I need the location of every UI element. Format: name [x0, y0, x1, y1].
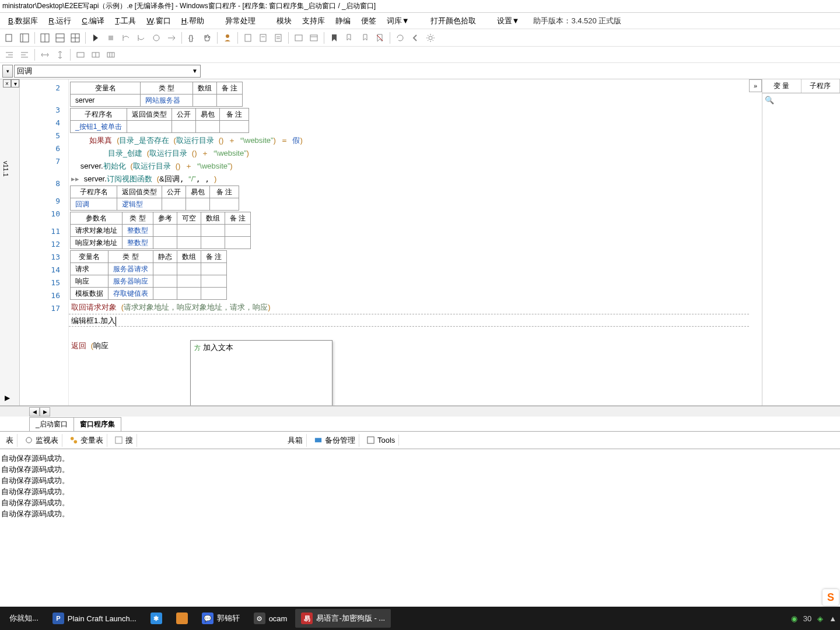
local-var-table[interactable]: 变量名类 型静态数组备 注 请求服务器请求 响应服务器响应 模板数据存取键值表 — [70, 250, 227, 300]
tb-layout2-icon[interactable] — [53, 31, 67, 45]
tb2-width-icon[interactable] — [38, 48, 52, 62]
code-line[interactable]: 目录_创建 (取运行目录 () ＋ “\website”) — [69, 147, 749, 160]
tb2-height-icon[interactable] — [53, 48, 67, 62]
ime-indicator[interactable]: S — [822, 589, 839, 606]
scroll-left-icon[interactable]: ◀ — [29, 407, 40, 416]
menu-note[interactable]: 便签 — [356, 14, 381, 28]
menu-dict[interactable]: 词库▼ — [382, 14, 414, 28]
menu-help[interactable]: H.帮助 — [177, 14, 209, 28]
tb-bmnext-icon[interactable] — [358, 31, 372, 45]
code-line[interactable]: 取回请求对象 (请求对象地址，响应对象地址，请求，响应) — [69, 301, 749, 314]
tb-hand-icon[interactable] — [200, 31, 214, 45]
tb-doc2-icon[interactable] — [256, 31, 270, 45]
tooltab-tools[interactable]: Tools — [363, 435, 399, 446]
taskbar-item[interactable] — [170, 609, 194, 628]
horizontal-scrollbar[interactable]: ◀ ▶ — [0, 406, 840, 416]
tb-bmclear-icon[interactable] — [373, 31, 387, 45]
menu-run[interactable]: R.运行 — [44, 14, 76, 28]
menu-module[interactable]: 模块 — [272, 14, 296, 28]
tb-layout1-icon[interactable] — [38, 31, 52, 45]
scope-combo[interactable]: 回调 ▼ — [14, 65, 201, 78]
editor-tab-active[interactable]: 窗口程序集 — [74, 417, 121, 431]
close-panel-x-icon[interactable]: × — [3, 79, 11, 88]
tb-bmprev-icon[interactable] — [342, 31, 356, 45]
menu-static[interactable]: 静编 — [331, 14, 355, 28]
autocomplete-item[interactable]: 方加入文本 — [191, 341, 332, 355]
taskbar-item[interactable]: ⊙ocam — [248, 609, 293, 628]
tb-win2-icon[interactable] — [307, 31, 321, 45]
tb2-grid2-icon[interactable] — [89, 48, 103, 62]
tray-nvidia-icon[interactable]: ◈ — [817, 614, 823, 623]
tb2-grid3-icon[interactable] — [104, 48, 118, 62]
menu-support[interactable]: 支持库 — [298, 14, 330, 28]
tooltab-backup[interactable]: 备份管理 — [310, 434, 359, 447]
output-line: 自动保存源码成功。 — [1, 486, 839, 497]
menu-exception[interactable]: 异常处理 — [220, 14, 260, 28]
code-line[interactable]: 如果真 (目录_是否存在 (取运行目录 () ＋ “\website”) ＝ 假… — [69, 134, 749, 147]
combo-value: 回调 — [17, 66, 32, 76]
taskbar-item[interactable]: 你就知... — [4, 609, 44, 628]
editor-tab[interactable]: _启动窗口 — [29, 417, 74, 431]
tray-up-icon[interactable]: ▲ — [829, 614, 836, 623]
autocomplete-popup[interactable]: 方加入文本 — [190, 340, 332, 405]
menu-tools[interactable]: T.工具 — [110, 14, 141, 28]
tb-doc1-icon[interactable] — [241, 31, 255, 45]
code-editor[interactable]: 变量名类 型数组备 注 server网站服务器 子程序名返回值类型公开易包备 注… — [69, 79, 749, 405]
subroutine-table-1[interactable]: 子程序名返回值类型公开易包备 注 _按钮1_被单击 — [70, 108, 249, 133]
tooltab-search[interactable]: 搜 — [111, 434, 137, 447]
tab-variables[interactable]: 变 量 — [762, 79, 802, 93]
scroll-right-icon[interactable]: ▶ — [40, 407, 50, 416]
toolbar-secondary — [0, 47, 840, 63]
taskbar-item[interactable]: 💬郭锦轩 — [196, 609, 246, 628]
taskbar-item-active[interactable]: 易易语言-加密狗版 - ... — [295, 609, 391, 628]
tb-doc3-icon[interactable] — [271, 31, 285, 45]
taskbar-item[interactable]: PPlain Craft Launch... — [47, 609, 142, 628]
variable-table[interactable]: 变量名类 型数组备 注 server网站服务器 — [70, 82, 243, 107]
tb-stop-icon[interactable] — [104, 31, 118, 45]
tb-new-icon[interactable] — [2, 31, 16, 45]
tb2-outdent-icon[interactable] — [18, 48, 32, 62]
menu-compile[interactable]: C.编译 — [77, 14, 109, 28]
tb-win1-icon[interactable] — [292, 31, 306, 45]
tb-person-icon[interactable] — [220, 31, 235, 45]
tab-subroutines[interactable]: 子程序 — [802, 79, 841, 93]
tray-wifi-icon[interactable]: ◉ — [791, 614, 797, 623]
code-line[interactable]: ▸▸ server.订阅视图函数 (&回调, “/”, , ) — [69, 173, 749, 186]
tb-tree-icon[interactable] — [18, 31, 32, 45]
expand-right-icon[interactable]: ▶ — [5, 394, 10, 402]
expand-panel-icon[interactable]: » — [749, 79, 762, 92]
combo-drop-button[interactable]: ▾ — [2, 65, 13, 78]
tb-step4-icon[interactable] — [164, 31, 178, 45]
tb-step2-icon[interactable] — [134, 31, 148, 45]
tooltab-toolbox[interactable]: 具箱 — [284, 434, 307, 447]
menu-database[interactable]: B.数据库 — [4, 14, 43, 28]
tooltab-vars[interactable]: 变量表 — [66, 434, 107, 447]
tb-brace-icon[interactable]: {} — [185, 31, 199, 45]
code-line[interactable]: server.初始化 (取运行目录 () ＋ “\website”) — [69, 160, 749, 173]
menu-settings[interactable]: 设置▼ — [492, 14, 524, 28]
tb-reload-icon[interactable] — [393, 31, 407, 45]
taskbar-item[interactable]: ✱ — [145, 609, 168, 628]
subroutine-table-2[interactable]: 子程序名返回值类型公开易包备 注 回调逻辑型 — [70, 186, 239, 211]
menu-colorpick[interactable]: 打开颜色拾取 — [426, 14, 481, 28]
code-line[interactable]: 返回 (响应 — [69, 340, 749, 352]
close-panel-icon[interactable]: ▾ — [11, 79, 19, 88]
tb-step1-icon[interactable] — [119, 31, 133, 45]
tb-back-icon[interactable] — [408, 31, 422, 45]
tb-step3-icon[interactable] — [149, 31, 163, 45]
param-table[interactable]: 参数名类 型参考可空数组备 注 请求对象地址整数型 响应对象地址整数型 — [70, 212, 251, 249]
tb2-grid1-icon[interactable] — [74, 48, 88, 62]
tb-bookmark-icon[interactable] — [327, 31, 341, 45]
code-current-line[interactable]: 编辑框1.加入 — [69, 314, 749, 327]
tooltab-watch[interactable]: 监视表 — [21, 434, 62, 447]
menu-window[interactable]: W.窗口 — [142, 14, 175, 28]
system-tray[interactable]: ◉ 30 ◈ ▲ — [791, 614, 836, 623]
tb-gear-icon[interactable] — [424, 31, 438, 45]
code-line[interactable] — [69, 327, 749, 340]
tb-layout3-icon[interactable] — [68, 31, 82, 45]
panel-search[interactable]: 🔍 — [762, 93, 840, 107]
tooltab-table[interactable]: 表 — [2, 434, 18, 447]
tb-play-icon[interactable] — [89, 31, 103, 45]
tb2-indent-icon[interactable] — [2, 48, 16, 62]
output-panel[interactable]: 自动保存源码成功。 自动保存源码成功。 自动保存源码成功。 自动保存源码成功。 … — [0, 449, 840, 537]
